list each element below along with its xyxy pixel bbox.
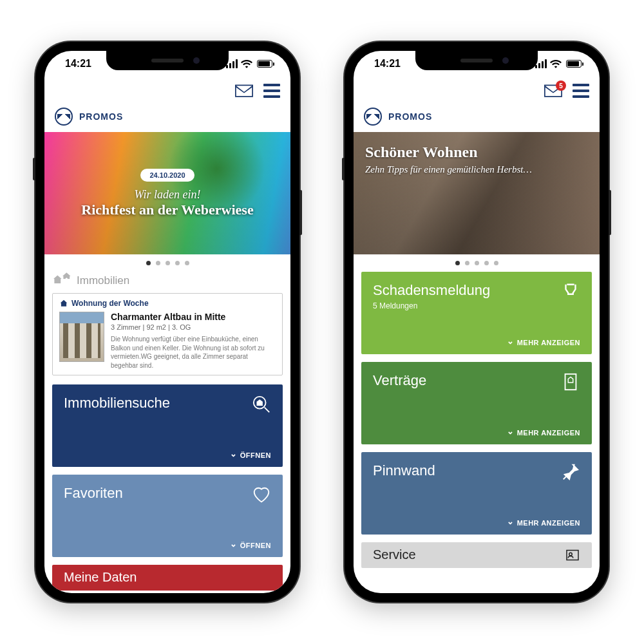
- hero-banner[interactable]: Schöner Wohnen Zehn Tipps für einen gemü…: [354, 132, 600, 254]
- hero-subtitle: Wir laden ein!: [56, 188, 279, 202]
- listing-badge: Wohnung der Woche: [59, 299, 276, 308]
- svg-rect-1: [565, 374, 576, 390]
- brand-name: PROMOS: [388, 111, 432, 122]
- tile-pinnwand[interactable]: Pinnwand MEHR ANZEIGEN: [361, 452, 592, 535]
- tile-title: Meine Daten: [64, 570, 137, 585]
- tile-title: Favoriten: [64, 485, 123, 502]
- wifi-icon: [241, 59, 252, 68]
- menu-icon[interactable]: [573, 84, 589, 98]
- tile-meine-daten[interactable]: Meine Daten: [52, 565, 283, 591]
- listing-thumbnail: [59, 312, 104, 362]
- brand-logo-icon: [55, 108, 73, 126]
- top-bar: 5: [354, 77, 600, 105]
- houses-icon: [53, 272, 71, 289]
- battery-icon: [566, 60, 582, 68]
- content-scroll[interactable]: Schöner Wohnen Zehn Tipps für einen gemü…: [354, 132, 600, 593]
- status-time: 14:21: [374, 58, 401, 70]
- section-label: Immobilien: [77, 274, 129, 287]
- top-bar: [44, 77, 290, 105]
- mail-icon[interactable]: [235, 84, 253, 97]
- mail-badge: 5: [556, 80, 566, 91]
- tile-vertraege[interactable]: Verträge MEHR ANZEIGEN: [361, 362, 592, 444]
- brand-header: PROMOS: [354, 105, 600, 132]
- mail-icon[interactable]: 5: [544, 84, 562, 97]
- battery-icon: [257, 60, 272, 68]
- content-scroll[interactable]: 24.10.2020 Wir laden ein! Richtfest an d…: [44, 132, 290, 593]
- tile-action[interactable]: MEHR ANZEIGEN: [507, 519, 580, 527]
- brand-name: PROMOS: [79, 111, 123, 122]
- tile-action[interactable]: ÖFFNEN: [230, 451, 271, 459]
- carousel-pager[interactable]: [44, 254, 290, 272]
- hero-title: Schöner Wohnen: [365, 144, 588, 161]
- brand-header: PROMOS: [44, 105, 290, 132]
- document-icon: [561, 372, 580, 392]
- listing-meta: 3 Zimmer | 92 m2 | 3. OG: [111, 323, 276, 331]
- wrench-icon: [561, 282, 580, 301]
- tile-action[interactable]: MEHR ANZEIGEN: [507, 339, 580, 346]
- listing-card[interactable]: Wohnung der Woche Charmanter Altbau in M…: [52, 293, 283, 375]
- tile-title: Service: [373, 547, 416, 562]
- search-home-icon: [252, 395, 271, 414]
- screen: 14:21 PROMOS 24.10.2020 Wir laden ein! R…: [44, 51, 290, 593]
- status-time: 14:21: [65, 58, 91, 70]
- wifi-icon: [550, 59, 562, 68]
- tile-service[interactable]: Service: [361, 542, 592, 568]
- phone-mockup-left: 14:21 PROMOS 24.10.2020 Wir laden ein! R…: [35, 42, 299, 602]
- menu-icon[interactable]: [263, 84, 280, 98]
- tile-title: Verträge: [373, 372, 426, 389]
- tile-subtitle: 5 Meldungen: [373, 301, 490, 310]
- tile-immobiliensuche[interactable]: Immobiliensuche ÖFFNEN: [52, 384, 283, 467]
- status-indicators: [226, 59, 272, 68]
- hero-banner[interactable]: 24.10.2020 Wir laden ein! Richtfest an d…: [44, 132, 290, 254]
- pin-icon: [561, 462, 580, 482]
- tile-schadensmeldung[interactable]: Schadensmeldung 5 Meldungen MEHR ANZEIGE…: [361, 272, 592, 354]
- heart-icon: [252, 485, 271, 504]
- screen: 14:21 5 PROMOS Schöner Wohnen Zehn Tipps…: [354, 51, 600, 593]
- brand-logo-icon: [364, 108, 382, 126]
- listing-title: Charmanter Altbau in Mitte: [111, 312, 276, 322]
- status-indicators: [535, 59, 582, 68]
- hero-date-badge: 24.10.2020: [140, 169, 194, 182]
- hero-subtitle: Zehn Tipps für einen gemütlichen Herbst…: [365, 164, 588, 176]
- tile-title: Schadensmeldung: [373, 282, 490, 299]
- notch: [106, 51, 229, 70]
- contact-card-icon: [565, 547, 580, 563]
- tile-title: Immobiliensuche: [64, 395, 170, 412]
- svg-point-3: [569, 553, 573, 556]
- carousel-pager[interactable]: [354, 254, 600, 272]
- tile-action[interactable]: MEHR ANZEIGEN: [507, 429, 580, 437]
- tile-action[interactable]: ÖFFNEN: [230, 542, 271, 549]
- section-header-immobilien: Immobilien: [44, 272, 290, 293]
- phone-mockup-right: 14:21 5 PROMOS Schöner Wohnen Zehn Tipps…: [345, 42, 609, 602]
- tile-title: Pinnwand: [373, 462, 435, 479]
- hero-title: Richtfest an der Weberwiese: [56, 202, 279, 218]
- notch: [415, 51, 538, 70]
- listing-description: Die Wohnung verfügt über eine Einbauküch…: [111, 335, 276, 370]
- svg-rect-2: [567, 551, 578, 560]
- tile-favoriten[interactable]: Favoriten ÖFFNEN: [52, 475, 283, 557]
